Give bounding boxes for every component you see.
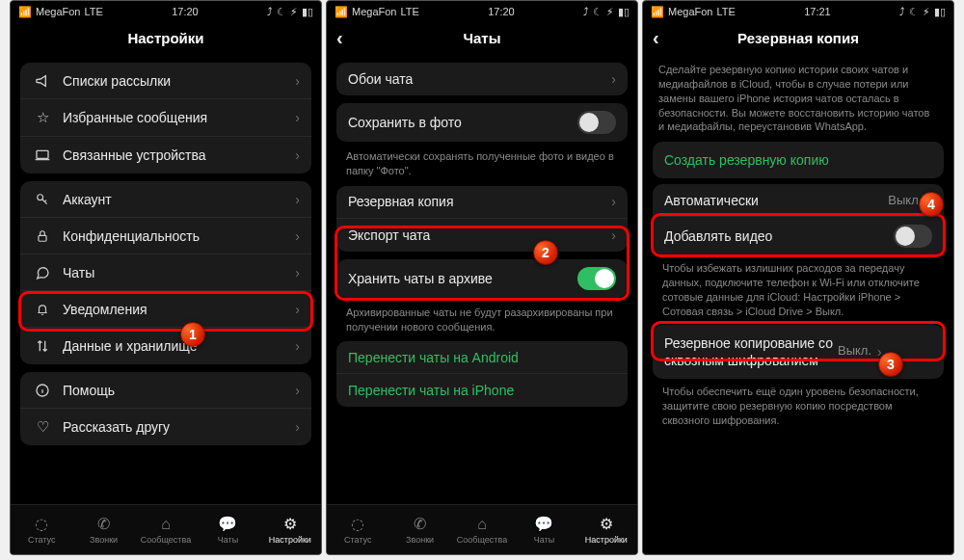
navbar: ‹ Чаты [327,22,637,53]
auto-value: Выкл. [888,193,922,207]
lock-icon [32,228,53,244]
row-account[interactable]: Аккаунт › [20,181,311,218]
chevron-right-icon: › [295,73,300,89]
chevron-right-icon: › [295,110,300,125]
row-tell-friend[interactable]: ♡ Рассказать другу › [20,409,311,445]
heart-icon: ♡ [32,418,53,436]
clock: 17:21 [736,6,899,17]
panel-chats: 📶 MegaFon LTE 17:20 ⤴︎ ☾ ⚡︎ ▮▯ ‹ Чаты Об… [326,0,638,555]
page-title: Чаты [327,30,637,46]
step-badge-1: 1 [180,322,205,347]
chevron-right-icon: › [611,227,616,243]
row-chats[interactable]: Чаты › [20,254,311,291]
chevron-right-icon: › [295,383,300,398]
clock: 17:20 [103,6,267,17]
chat-bubble-icon [32,265,53,280]
chevron-right-icon: › [295,265,300,280]
row-storage[interactable]: Данные и хранилище › [20,328,311,364]
chevron-right-icon: › [295,228,300,244]
tab-status[interactable]: ◌Статус [327,505,388,554]
status-bar: 📶 MegaFon LTE 17:20 ⤴︎ ☾ ⚡︎ ▮▯ [11,1,321,22]
caption-e2e: Чтобы обеспечить ещё один уровень безопа… [653,385,944,428]
tab-communities[interactable]: ⌂Сообщества [135,505,197,554]
svg-point-1 [38,194,43,200]
step-badge-4: 4 [919,192,944,217]
row-backup[interactable]: Резервная копия › [336,186,628,219]
tab-chats[interactable]: 💬Чаты [197,505,258,554]
key-icon [32,192,53,207]
moon-icon: ☾ [277,6,286,18]
chevron-right-icon: › [611,194,616,209]
status-bar: 📶 MegaFon LTE 17:21 ⤴︎ ☾ ⚡︎ ▮▯ [643,1,953,22]
phone-icon: ✆ [97,515,110,533]
chat-icon: 💬 [218,515,237,533]
row-linked-devices[interactable]: Связанные устройства › [20,137,311,173]
row-wallpaper[interactable]: Обои чата › [336,63,628,95]
step-badge-3: 3 [878,352,903,377]
chevron-right-icon: › [295,147,300,163]
laptop-icon [32,149,53,161]
chevron-right-icon: › [295,419,300,435]
switch-archive[interactable] [577,267,616,290]
tab-settings[interactable]: ⚙Настройки [576,505,637,554]
group-icon: ⌂ [161,516,171,533]
chevron-right-icon: › [295,302,300,317]
svg-rect-2 [39,235,46,241]
network-label: LTE [84,6,102,17]
switch-include-video[interactable] [894,225,932,248]
step-badge-2: 2 [533,240,558,265]
group-help: Помощь › ♡ Рассказать другу › [20,372,311,445]
row-include-video[interactable]: Добавлять видео [653,217,944,255]
lock-icon: ⤴︎ [267,6,273,17]
row-broadcast-lists[interactable]: Списки рассылки › [20,63,311,99]
gear-icon: ⚙ [283,515,297,533]
group-top: Списки рассылки › ☆ Избранные сообщения … [20,63,311,173]
back-button[interactable]: ‹ [653,28,659,47]
intro-caption: Сделайте резервную копию истории своих ч… [653,63,944,136]
caption-archive: Архивированные чаты не будут разархивиро… [336,306,628,334]
tab-calls[interactable]: ✆Звонки [72,505,134,554]
updown-icon [32,338,53,354]
switch-save-photos[interactable] [577,111,616,134]
star-icon: ☆ [32,109,53,126]
row-privacy[interactable]: Конфиденциальность › [20,218,311,254]
row-create-backup[interactable]: Создать резервную копию [653,142,944,178]
svg-rect-0 [37,150,48,158]
tab-chats[interactable]: 💬Чаты [513,505,575,554]
bt-icon: ⚡︎ [290,6,298,18]
page-title: Настройки [11,30,321,46]
battery-icon: ▮▯ [302,6,313,18]
group-main: Аккаунт › Конфиденциальность › Чаты › Ув… [20,181,311,364]
row-save-to-photos[interactable]: Сохранить в фото [336,103,628,142]
caption-video: Чтобы избежать излишних расходов за пере… [653,261,944,318]
signal-icon: 📶 [18,6,32,18]
clock: 17:20 [419,6,583,17]
chevron-right-icon: › [295,338,300,354]
back-button[interactable]: ‹ [336,28,343,47]
bell-icon [32,302,53,317]
row-move-android[interactable]: Перенести чаты на Android [336,341,628,374]
panel-settings: 📶 MegaFon LTE 17:20 ⤴︎ ☾ ⚡︎ ▮▯ Настройки… [10,0,322,555]
chevron-right-icon: › [611,71,616,87]
row-notifications[interactable]: Уведомления › [20,291,311,328]
row-auto[interactable]: Автоматически Выкл. › [653,184,944,217]
carrier-label: MegaFon [36,6,80,17]
row-move-iphone[interactable]: Перенести чаты на iPhone [336,374,628,407]
status-icon: ◌ [35,515,48,533]
info-icon [32,383,53,398]
row-keep-archived[interactable]: Хранить чаты в архиве [336,259,628,298]
row-export-chat[interactable]: Экспорт чата › [336,219,628,252]
tab-communities[interactable]: ⌂Сообщества [451,505,513,554]
tab-bar: ◌Статус ✆Звонки ⌂Сообщества 💬Чаты ⚙Настр… [11,504,321,554]
navbar: Настройки [11,22,321,53]
signal-icon: 📶 [335,6,348,18]
panel-backup: 📶 MegaFon LTE 17:21 ⤴︎ ☾ ⚡︎ ▮▯ ‹ Резервн… [642,0,954,555]
tab-status[interactable]: ◌Статус [11,505,72,554]
row-starred[interactable]: ☆ Избранные сообщения › [20,99,311,137]
tab-bar: ◌Статус ✆Звонки ⌂Сообщества 💬Чаты ⚙Настр… [327,504,637,554]
tab-settings[interactable]: ⚙Настройки [259,505,321,554]
row-help[interactable]: Помощь › [20,372,311,409]
e2e-value: Выкл. [838,343,871,360]
tab-calls[interactable]: ✆Звонки [388,505,450,554]
caption-save-photos: Автоматически сохранять полученные фото … [336,149,628,178]
